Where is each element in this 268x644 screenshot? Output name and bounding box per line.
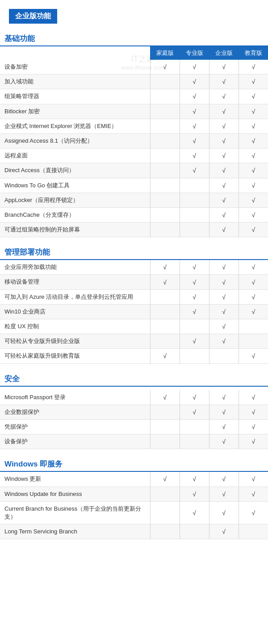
table-row: 设备加密√√√√	[0, 60, 268, 74]
check-cell-ent: √	[209, 275, 239, 289]
feature-name: 设备保护	[0, 434, 150, 449]
feature-name: Direct Access（直接访问）	[0, 163, 150, 178]
check-cell-ent: √	[209, 149, 239, 163]
check-cell-pro	[180, 193, 209, 207]
check-cell-edu: √	[239, 178, 268, 193]
table-row: 移动设备管理√√√√	[0, 275, 268, 289]
check-cell-home	[150, 501, 180, 524]
feature-name: 可轻松从家庭版升级到教育版	[0, 349, 150, 363]
check-cell-pro: √	[180, 390, 209, 405]
check-cell-ent: √	[209, 60, 239, 74]
check-cell-ent: √	[209, 419, 239, 434]
feature-name: 可轻松从专业版升级到企业版	[0, 334, 150, 349]
check-cell-pro: √	[180, 304, 209, 319]
check-cell-home	[150, 434, 180, 449]
table-row: 远程桌面√√√	[0, 149, 268, 163]
check-cell-home	[150, 74, 180, 89]
col-ent: 企业版	[209, 46, 239, 60]
check-cell-pro	[180, 223, 209, 237]
table-row: Microsoft Passport 登录√√√√	[0, 390, 268, 405]
table-row: AppLocker（应用程序锁定）√√	[0, 193, 268, 207]
table-row: 组策略管理器√√√	[0, 89, 268, 104]
check-cell-edu: √	[239, 223, 268, 237]
check-cell-ent: √	[209, 193, 239, 207]
check-cell-home	[150, 334, 180, 349]
check-cell-edu: √	[239, 487, 268, 501]
check-cell-pro: √	[180, 104, 209, 119]
page-wrapper: 企业版功能 基础功能家庭版专业版企业版教育版设备加密√√√√加入域功能√√√组策…	[0, 0, 268, 539]
feature-name: BranchCache（分支缓存）	[0, 207, 150, 222]
check-cell-pro: √	[180, 472, 209, 487]
feature-table-mgmt: 家庭版专业版企业版教育版企业应用旁加载功能√√√√移动设备管理√√√√可加入到 …	[0, 260, 268, 363]
table-row: Assigned Access 8.1（访问分配）√√√	[0, 133, 268, 148]
check-cell-edu: √	[239, 405, 268, 419]
feature-name: Win10 企业商店	[0, 304, 150, 319]
check-cell-edu: √	[239, 434, 268, 449]
check-cell-pro: √	[180, 119, 209, 133]
feature-name: 可加入到 Azure 活动目录，单点登录到云托管应用	[0, 289, 150, 304]
check-cell-edu	[239, 524, 268, 539]
table-row: Windows 更新√√√√	[0, 472, 268, 487]
check-cell-pro	[180, 319, 209, 334]
check-cell-pro	[180, 349, 209, 363]
check-cell-pro: √	[180, 74, 209, 89]
feature-table-basic: 家庭版专业版企业版教育版设备加密√√√√加入域功能√√√组策略管理器√√√Bit…	[0, 46, 268, 237]
section-header-security: 安全	[0, 370, 268, 387]
check-cell-edu: √	[239, 349, 268, 363]
table-row: Bitlocker 加密√√√	[0, 104, 268, 119]
table-row: 企业数据保护√√√	[0, 405, 268, 419]
check-cell-ent	[209, 349, 239, 363]
check-cell-home	[150, 193, 180, 207]
feature-name: 可通过组策略控制的开始屏幕	[0, 223, 150, 237]
section-header-mgmt: 管理部署功能	[0, 244, 268, 260]
check-cell-pro	[180, 434, 209, 449]
check-cell-home	[150, 419, 180, 434]
check-cell-home: √	[150, 349, 180, 363]
table-row: Windows To Go 创建工具√√	[0, 178, 268, 193]
check-cell-edu: √	[239, 260, 268, 275]
check-cell-ent: √	[209, 472, 239, 487]
check-cell-edu	[239, 334, 268, 349]
check-cell-edu: √	[239, 89, 268, 104]
check-cell-home: √	[150, 60, 180, 74]
feature-name: 企业模式 Internet Explorer 浏览器（EMIE）	[0, 119, 150, 133]
feature-name: Windows 更新	[0, 472, 150, 487]
feature-name: 组策略管理器	[0, 89, 150, 104]
feature-table-security: 家庭版专业版企业版教育版Microsoft Passport 登录√√√√企业数…	[0, 390, 268, 450]
table-row: 凭据保护√√	[0, 419, 268, 434]
table-row: 可轻松从专业版升级到企业版√√	[0, 334, 268, 349]
check-cell-ent: √	[209, 178, 239, 193]
check-cell-ent: √	[209, 390, 239, 405]
check-cell-pro: √	[180, 149, 209, 163]
check-cell-edu: √	[239, 163, 268, 178]
check-cell-ent: √	[209, 119, 239, 133]
check-cell-ent: √	[209, 89, 239, 104]
check-cell-home: √	[150, 472, 180, 487]
check-cell-edu: √	[239, 74, 268, 89]
check-cell-ent: √	[209, 434, 239, 449]
feature-name: Current Branch for Business（用于企业的当前更新分支）	[0, 501, 150, 524]
feature-name: Bitlocker 加密	[0, 104, 150, 119]
table-row: Direct Access（直接访问）√√√	[0, 163, 268, 178]
col-home: 家庭版	[150, 46, 180, 60]
table-row: 可轻松从家庭版升级到教育版√√	[0, 349, 268, 363]
table-row: 可通过组策略控制的开始屏幕√√	[0, 223, 268, 237]
check-cell-ent: √	[209, 487, 239, 501]
check-cell-home	[150, 149, 180, 163]
check-cell-edu: √	[239, 275, 268, 289]
feature-name: 远程桌面	[0, 149, 150, 163]
check-cell-edu: √	[239, 390, 268, 405]
section-header-windows-service: Windows 即服务	[0, 455, 268, 472]
check-cell-pro	[180, 207, 209, 222]
check-cell-home	[150, 178, 180, 193]
check-cell-edu: √	[239, 289, 268, 304]
feature-name: 粒度 UX 控制	[0, 319, 150, 334]
table-row: 粒度 UX 控制√	[0, 319, 268, 334]
check-cell-edu	[239, 319, 268, 334]
check-cell-pro: √	[180, 334, 209, 349]
check-cell-ent: √	[209, 207, 239, 222]
check-cell-home	[150, 405, 180, 419]
check-cell-ent: √	[209, 501, 239, 524]
feature-name: 移动设备管理	[0, 275, 150, 289]
check-cell-edu: √	[239, 304, 268, 319]
